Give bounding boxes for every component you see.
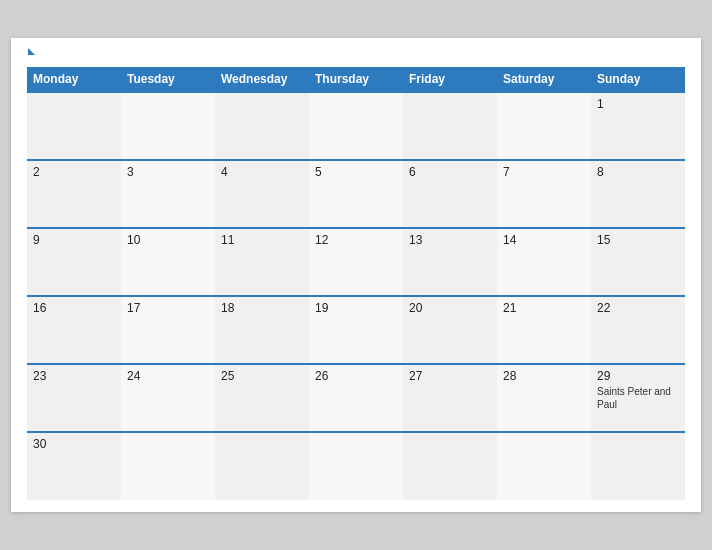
calendar-cell: 7	[497, 160, 591, 228]
day-number: 6	[409, 165, 491, 179]
calendar-cell: 9	[27, 228, 121, 296]
calendar-cell: 25	[215, 364, 309, 432]
day-number: 5	[315, 165, 397, 179]
calendar-row-4: 23242526272829Saints Peter and Paul	[27, 364, 685, 432]
calendar-cell: 3	[121, 160, 215, 228]
calendar-cell: 13	[403, 228, 497, 296]
day-number: 18	[221, 301, 303, 315]
calendar-cell: 19	[309, 296, 403, 364]
weekday-header-wednesday: Wednesday	[215, 67, 309, 92]
day-number: 1	[597, 97, 679, 111]
day-number: 25	[221, 369, 303, 383]
calendar-row-0: 1	[27, 92, 685, 160]
day-number: 9	[33, 233, 115, 247]
calendar-cell: 24	[121, 364, 215, 432]
day-number: 12	[315, 233, 397, 247]
calendar-row-5: 30	[27, 432, 685, 500]
calendar-cell: 30	[27, 432, 121, 500]
calendar-table: MondayTuesdayWednesdayThursdayFridaySatu…	[27, 67, 685, 500]
calendar-cell: 16	[27, 296, 121, 364]
day-number: 7	[503, 165, 585, 179]
day-number: 8	[597, 165, 679, 179]
calendar-cell: 18	[215, 296, 309, 364]
calendar-cell: 29Saints Peter and Paul	[591, 364, 685, 432]
day-number: 3	[127, 165, 209, 179]
day-number: 2	[33, 165, 115, 179]
calendar-cell	[121, 432, 215, 500]
calendar-cell: 22	[591, 296, 685, 364]
calendar-cell: 4	[215, 160, 309, 228]
day-number: 30	[33, 437, 115, 451]
calendar-cell: 20	[403, 296, 497, 364]
day-number: 19	[315, 301, 397, 315]
calendar-cell: 8	[591, 160, 685, 228]
weekday-header-friday: Friday	[403, 67, 497, 92]
weekday-header-row: MondayTuesdayWednesdayThursdayFridaySatu…	[27, 67, 685, 92]
day-number: 15	[597, 233, 679, 247]
day-number: 16	[33, 301, 115, 315]
day-number: 28	[503, 369, 585, 383]
day-number: 13	[409, 233, 491, 247]
calendar-cell: 23	[27, 364, 121, 432]
calendar-cell	[497, 92, 591, 160]
calendar-cell: 21	[497, 296, 591, 364]
logo	[27, 54, 35, 55]
calendar-row-2: 9101112131415	[27, 228, 685, 296]
weekday-header-monday: Monday	[27, 67, 121, 92]
calendar-cell	[27, 92, 121, 160]
day-number: 22	[597, 301, 679, 315]
calendar-cell: 10	[121, 228, 215, 296]
calendar-cell	[497, 432, 591, 500]
calendar-cell: 6	[403, 160, 497, 228]
calendar-cell	[591, 432, 685, 500]
calendar-cell	[309, 432, 403, 500]
weekday-header-tuesday: Tuesday	[121, 67, 215, 92]
day-number: 20	[409, 301, 491, 315]
day-number: 21	[503, 301, 585, 315]
calendar-cell: 2	[27, 160, 121, 228]
weekday-header-thursday: Thursday	[309, 67, 403, 92]
calendar-cell: 5	[309, 160, 403, 228]
calendar-header	[27, 54, 685, 55]
day-number: 27	[409, 369, 491, 383]
calendar-cell: 14	[497, 228, 591, 296]
calendar-cell	[215, 92, 309, 160]
calendar-row-1: 2345678	[27, 160, 685, 228]
day-number: 26	[315, 369, 397, 383]
calendar-cell	[121, 92, 215, 160]
day-number: 17	[127, 301, 209, 315]
calendar-cell: 17	[121, 296, 215, 364]
calendar-cell: 26	[309, 364, 403, 432]
day-number: 4	[221, 165, 303, 179]
calendar-cell: 28	[497, 364, 591, 432]
day-number: 24	[127, 369, 209, 383]
calendar-cell: 12	[309, 228, 403, 296]
calendar-row-3: 16171819202122	[27, 296, 685, 364]
day-number: 10	[127, 233, 209, 247]
calendar-cell	[403, 432, 497, 500]
calendar-cell: 27	[403, 364, 497, 432]
calendar-container: MondayTuesdayWednesdayThursdayFridaySatu…	[11, 38, 701, 512]
calendar-cell	[215, 432, 309, 500]
weekday-header-sunday: Sunday	[591, 67, 685, 92]
day-number: 23	[33, 369, 115, 383]
calendar-cell: 1	[591, 92, 685, 160]
day-number: 14	[503, 233, 585, 247]
day-event: Saints Peter and Paul	[597, 385, 679, 411]
day-number: 29	[597, 369, 679, 383]
weekday-header-saturday: Saturday	[497, 67, 591, 92]
day-number: 11	[221, 233, 303, 247]
logo-triangle-icon	[28, 48, 35, 55]
calendar-cell: 15	[591, 228, 685, 296]
calendar-cell: 11	[215, 228, 309, 296]
calendar-cell	[403, 92, 497, 160]
calendar-cell	[309, 92, 403, 160]
